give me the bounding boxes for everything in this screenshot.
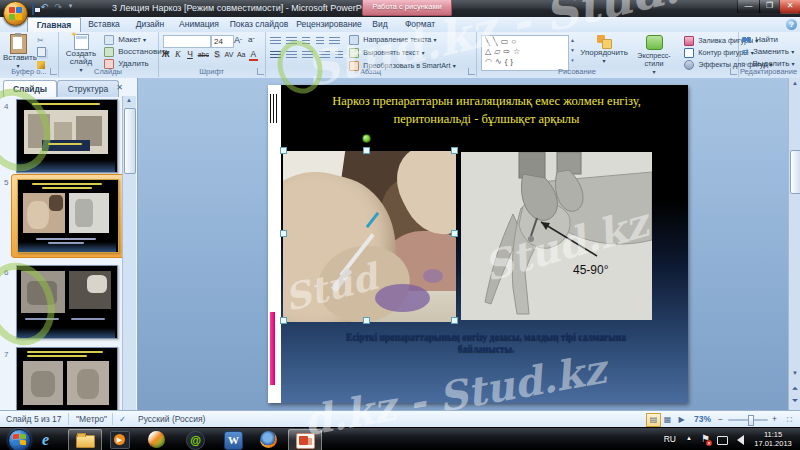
slide-body-text[interactable]: Есірткі препараттарының енгізу дозасы, м…: [326, 331, 646, 356]
mailru-agent-icon[interactable]: @: [186, 431, 205, 450]
slide-sorter-button[interactable]: ▦: [660, 413, 675, 427]
arrange-button[interactable]: Упорядочить▾: [580, 35, 628, 65]
underline-button[interactable]: Ч: [185, 49, 194, 59]
char-spacing-button[interactable]: AV: [224, 50, 233, 60]
slide-thumbnail[interactable]: [16, 347, 118, 410]
zoom-out-button[interactable]: −: [718, 414, 723, 424]
close-button[interactable]: ✕: [779, 0, 800, 14]
redo-icon[interactable]: ↷: [55, 2, 63, 12]
help-icon[interactable]: ?: [786, 19, 797, 30]
internet-explorer-icon[interactable]: e: [42, 431, 64, 449]
selection-handle[interactable]: [451, 317, 458, 324]
rotate-handle[interactable]: [362, 134, 371, 143]
shapes-gallery[interactable]: ╲╲▭○ △▱⇨☆ ◠∿{}: [481, 35, 569, 71]
spellcheck-icon[interactable]: ✓: [119, 414, 126, 424]
justify-icon[interactable]: [319, 51, 330, 59]
font-color-button[interactable]: А: [249, 49, 258, 61]
panel-close-icon[interactable]: ✕: [116, 83, 123, 92]
slideshow-button[interactable]: ▶: [674, 413, 689, 427]
scroll-thumb[interactable]: [790, 150, 800, 194]
strikethrough-button[interactable]: abc: [198, 50, 209, 60]
word-icon[interactable]: W: [224, 431, 243, 450]
slide-title[interactable]: Наркоз препараттарын ингаляциялық емес ж…: [309, 92, 664, 128]
line-spacing-icon[interactable]: [329, 37, 340, 45]
columns-icon[interactable]: [335, 51, 343, 59]
panel-scrollbar[interactable]: ▲: [122, 96, 136, 410]
save-icon[interactable]: [32, 2, 34, 12]
next-slide-button[interactable]: ⏷: [789, 396, 800, 406]
bullets-icon[interactable]: [270, 37, 281, 45]
browser-ball-icon[interactable]: [148, 431, 165, 448]
indent-increase-icon[interactable]: [316, 37, 324, 45]
align-center-icon[interactable]: [286, 51, 297, 59]
grow-font-button[interactable]: Аˆ: [234, 35, 242, 46]
slide-thumbnail-selected[interactable]: [11, 174, 125, 258]
vertical-scrollbar[interactable]: ▲ ▼ ⏶ ⏷: [788, 78, 800, 410]
selection-handle[interactable]: [363, 147, 370, 154]
change-case-button[interactable]: Аа: [237, 50, 246, 60]
italic-button[interactable]: К: [173, 49, 182, 59]
qat-dropdown-icon[interactable]: ▾: [69, 2, 73, 10]
powerpoint-taskbar-button-active[interactable]: [288, 429, 322, 450]
network-icon[interactable]: [717, 436, 728, 445]
bold-button[interactable]: Ж: [161, 49, 170, 59]
font-size-combo[interactable]: 24: [211, 35, 234, 48]
volume-icon[interactable]: [737, 435, 744, 445]
copy-button[interactable]: [37, 47, 48, 57]
tab-animation[interactable]: Анимация: [173, 17, 225, 32]
panel-tab-slides[interactable]: Слайды: [3, 80, 57, 97]
layout-button[interactable]: Макет ▾: [104, 35, 146, 45]
explorer-taskbar-button[interactable]: [68, 429, 102, 450]
fit-to-window-button[interactable]: ⛶: [782, 413, 797, 427]
selection-handle[interactable]: [451, 230, 458, 237]
firefox-icon[interactable]: [260, 431, 277, 448]
zoom-level[interactable]: 73%: [694, 414, 711, 424]
dialog-launcher-icon[interactable]: [257, 68, 264, 75]
text-shadow-button[interactable]: S: [212, 49, 221, 59]
shrink-font-button[interactable]: аˇ: [248, 35, 254, 45]
shapes-scroll[interactable]: ▲▼▾: [568, 35, 577, 65]
language-indicator[interactable]: Русский (Россия): [138, 414, 205, 424]
tab-insert[interactable]: Вставка: [81, 17, 127, 32]
selection-handle[interactable]: [280, 230, 287, 237]
scroll-up-icon[interactable]: ▲: [123, 97, 135, 103]
previous-slide-button[interactable]: ⏶: [789, 384, 800, 393]
scroll-down-icon[interactable]: ▼: [789, 370, 800, 376]
zoom-in-button[interactable]: +: [772, 414, 777, 424]
slide-diagram-dog[interactable]: 45-90°: [461, 152, 652, 324]
font-name-combo[interactable]: [163, 35, 211, 48]
selection-handle[interactable]: [363, 317, 370, 324]
indent-decrease-icon[interactable]: [302, 37, 310, 45]
numbering-icon[interactable]: [286, 37, 297, 45]
text-direction-button[interactable]: Направление текста ▾: [349, 34, 437, 45]
undo-icon[interactable]: ↶: [41, 2, 49, 12]
align-text-button[interactable]: Выровнять текст ▾: [349, 47, 424, 58]
slide-photo-injection[interactable]: [283, 151, 456, 322]
selection-handle[interactable]: [280, 317, 287, 324]
slide-canvas[interactable]: Наркоз препараттарын ингаляциялық емес ж…: [268, 85, 688, 403]
clock[interactable]: 11:1517.01.2013: [750, 430, 796, 448]
minimize-button[interactable]: —: [737, 0, 760, 14]
media-player-icon[interactable]: ▶: [110, 431, 130, 449]
language-switcher[interactable]: RU: [664, 434, 676, 444]
panel-tab-outline[interactable]: Структура: [57, 80, 119, 97]
slide-thumbnail[interactable]: [16, 99, 118, 173]
scroll-thumb[interactable]: [124, 108, 136, 174]
scroll-up-icon[interactable]: ▲: [789, 80, 800, 86]
contextual-tab-group[interactable]: Работа с рисунками: [362, 0, 452, 16]
dialog-launcher-icon[interactable]: [730, 68, 737, 75]
slide-thumbnail[interactable]: [16, 265, 118, 339]
align-left-icon[interactable]: [270, 51, 281, 59]
tab-review[interactable]: Рецензирование: [293, 17, 365, 32]
tab-format[interactable]: Формат: [397, 17, 443, 32]
tab-view[interactable]: Вид: [367, 17, 393, 32]
dialog-launcher-icon[interactable]: [50, 68, 57, 75]
selection-handle[interactable]: [451, 147, 458, 154]
office-button[interactable]: [3, 1, 28, 26]
maximize-button[interactable]: ❐: [759, 0, 780, 14]
tray-expand-icon[interactable]: ▲: [686, 435, 692, 441]
tab-slideshow[interactable]: Показ слайдов: [227, 17, 291, 32]
replace-button[interactable]: ⇄ Заменить ▾: [742, 47, 794, 57]
paste-button[interactable]: Вставить▾: [3, 34, 33, 70]
tab-design[interactable]: Дизайн: [129, 17, 171, 32]
